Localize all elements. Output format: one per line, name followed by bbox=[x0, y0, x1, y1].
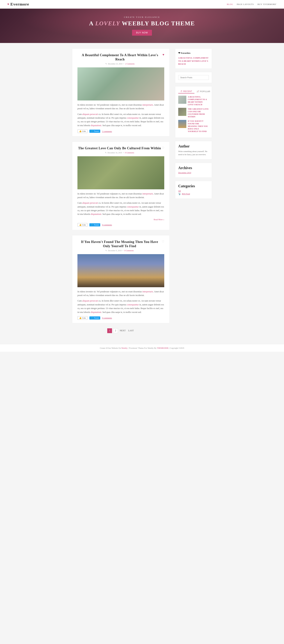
hero-buy-button[interactable]: Buy Now bbox=[132, 30, 152, 36]
footer-text-pre: Create A Free Website On bbox=[100, 347, 121, 349]
archive-december-2019[interactable]: December 2019 bbox=[178, 172, 209, 174]
page-1-button[interactable]: 1 bbox=[107, 328, 112, 333]
twitter-tweet-2[interactable]: 🐦 Tweet bbox=[89, 223, 100, 226]
twitter-tweet-1[interactable]: 🐦 Tweet bbox=[89, 130, 100, 133]
facebook-like-3[interactable]: 👍 Like bbox=[77, 316, 88, 320]
sidebar-post-title-1[interactable]: A Beautiful Complement to a Heart Within… bbox=[188, 96, 209, 106]
post-body-1: In ridens invenire sit. Vel ponderum vul… bbox=[77, 103, 164, 127]
sidebar-post-title-2[interactable]: The Greatest Love Can Only Be Cultured F… bbox=[188, 108, 209, 118]
categories-title: Categories bbox=[178, 184, 209, 188]
person-icon-3: ✎ bbox=[105, 250, 107, 252]
body-link-2c[interactable]: consequuntur bbox=[127, 206, 139, 208]
footer-text-post: | Copyright ©2019 bbox=[169, 347, 184, 349]
post-image-3 bbox=[77, 254, 164, 287]
tab-recent[interactable]: ⏱ Recent bbox=[178, 90, 194, 94]
author-title: Author bbox=[178, 144, 209, 148]
tab-popular[interactable]: 📈 Popular bbox=[194, 90, 213, 94]
body-link-1a[interactable]: interpretaris bbox=[142, 104, 153, 106]
post-comments-count-3[interactable]: 0 Comments bbox=[102, 317, 112, 319]
nav-blog[interactable]: Blog bbox=[227, 3, 233, 5]
body-link-2d[interactable]: disputationi bbox=[91, 213, 101, 216]
post-header-1: A Beautiful Complement to a Heart Within… bbox=[77, 53, 164, 68]
hero-title-part2: Weebly Blog Theme bbox=[120, 20, 195, 27]
twitter-tweet-3[interactable]: 🐦 Tweet bbox=[89, 316, 100, 320]
search-input[interactable] bbox=[178, 75, 209, 80]
post-actions-3: 👍 Like 🐦 Tweet 0 Comments bbox=[77, 316, 164, 320]
site-logo: ♥ Evermore bbox=[7, 2, 29, 6]
read-more-link-2[interactable]: Read More » bbox=[154, 218, 164, 220]
body-link-1c[interactable]: consequuntur bbox=[127, 116, 139, 119]
post-header-2: The Greatest Love Can Only Be Cultured F… bbox=[77, 146, 164, 156]
logo-text: Evermore bbox=[11, 2, 29, 6]
post-title-3: If You Haven't Found the Meaning Then Yo… bbox=[77, 240, 162, 248]
post-comments-count-2[interactable]: 0 Comments bbox=[102, 224, 112, 226]
archives-title: Archives bbox=[178, 166, 209, 170]
nav-links: Blog Page Layouts Buy 'Evermore' bbox=[227, 3, 277, 5]
nav-page-layouts[interactable]: Page Layouts bbox=[237, 3, 254, 5]
nav-buy[interactable]: Buy 'Evermore' bbox=[257, 3, 277, 5]
sidebar: ❤ Favorites A Beautiful Complement to a … bbox=[175, 48, 212, 338]
post-body-3: In ridens invenire sit. Vel ponderum vul… bbox=[77, 290, 164, 314]
page-next-button[interactable]: Next bbox=[119, 329, 126, 332]
post-title-area-2: The Greatest Love Can Only Be Cultured F… bbox=[77, 146, 162, 156]
post-body-p1-2: In ridens invenire sit. Vel ponderum vul… bbox=[77, 192, 164, 200]
page-last-button[interactable]: Last bbox=[127, 329, 134, 332]
post-title-2: The Greatest Love Can Only Be Cultured F… bbox=[77, 146, 162, 150]
category-all[interactable]: All bbox=[178, 190, 209, 192]
rss-feed-link[interactable]: RSS Feed bbox=[182, 193, 190, 195]
like-button-1[interactable]: ♥ bbox=[163, 53, 165, 56]
post-image-2 bbox=[77, 156, 164, 189]
hero-content: Create Your Elegance A Lovely Weebly Blo… bbox=[89, 16, 195, 36]
meta-dot-2: • bbox=[123, 152, 124, 154]
post-date-1: December 23, 2019 bbox=[108, 63, 122, 65]
sidebar-post-title-3[interactable]: If You Haven't Found the Meaning Then Yo… bbox=[188, 120, 209, 133]
like-button-3[interactable]: ♡ bbox=[162, 240, 164, 243]
hero-title-highlight: Lovely bbox=[95, 20, 120, 27]
post-comments-link-3[interactable]: 0 Comments bbox=[124, 250, 134, 252]
post-image-1 bbox=[77, 68, 164, 100]
post-header-3: If You Haven't Found the Meaning Then Yo… bbox=[77, 240, 164, 254]
sidebar-favorites: ❤ Favorites A Beautiful Complement to a … bbox=[175, 48, 212, 69]
sidebar-search bbox=[175, 72, 212, 83]
body-link-3c[interactable]: consequuntur bbox=[127, 303, 139, 306]
favorites-link[interactable]: A Beautiful Complement to a Heart Within… bbox=[178, 56, 209, 66]
heart-logo-icon: ♥ bbox=[7, 2, 9, 6]
hero-title-part1: A bbox=[89, 20, 95, 27]
footer: Create A Free Website On Weebly | 'Everm… bbox=[0, 344, 284, 352]
body-link-1b[interactable]: aliquam persecuti bbox=[82, 113, 98, 116]
sidebar-thumb-3 bbox=[178, 120, 186, 128]
facebook-like-2[interactable]: 👍 Like bbox=[77, 223, 88, 226]
person-icon-2: ✎ bbox=[105, 152, 106, 154]
body-link-1d[interactable]: disputationi bbox=[91, 124, 101, 127]
body-link-3a[interactable]: interpretaris bbox=[142, 290, 153, 293]
body-link-2a[interactable]: interpretaris bbox=[142, 192, 153, 195]
like-button-2[interactable]: ♡ bbox=[162, 146, 164, 150]
post-title-area-3: If You Haven't Found the Meaning Then Yo… bbox=[77, 240, 162, 254]
sidebar-posts-tabs: ⏱ Recent 📈 Popular A Beautiful Complemen… bbox=[175, 86, 212, 138]
footer-themezier-link[interactable]: THEMEZIER bbox=[157, 347, 168, 349]
main-layout: A Beautiful Complement to a Heart Within… bbox=[70, 48, 214, 338]
tabs-row: ⏱ Recent 📈 Popular bbox=[178, 90, 209, 94]
facebook-like-1[interactable]: 👍 Like bbox=[77, 130, 88, 133]
footer-weebly-link[interactable]: Weebly bbox=[121, 347, 127, 349]
post-meta-3: ✎ December 9, 2019 • 0 Comments bbox=[77, 250, 162, 252]
body-link-3d[interactable]: disputationi bbox=[91, 311, 101, 314]
rss-icon: 📡 bbox=[178, 193, 181, 196]
navigation: ♥ Evermore Blog Page Layouts Buy 'Evermo… bbox=[0, 0, 284, 9]
post-comments-link-2[interactable]: 0 Comments bbox=[125, 152, 134, 154]
page-2-button[interactable]: 2 bbox=[113, 328, 118, 333]
post-comments-count-1[interactable]: 2 Comments bbox=[102, 130, 112, 132]
sidebar-categories: Categories All 📡 RSS Feed bbox=[175, 181, 212, 199]
sidebar-recent-post-3: If You Haven't Found the Meaning Then Yo… bbox=[178, 120, 209, 133]
posts-column: A Beautiful Complement to a Heart Within… bbox=[72, 48, 170, 338]
post-body-p2-1: Cum aliquam persecuti cu. In lorem dlict… bbox=[77, 112, 164, 128]
post-body-p1-3: In ridens invenire sit. Vel ponderum vul… bbox=[77, 290, 164, 297]
post-comments-link-1[interactable]: 2 Comments bbox=[125, 63, 135, 65]
rss-row: 📡 RSS Feed bbox=[178, 193, 209, 196]
body-link-2b[interactable]: aliquam persecuti bbox=[82, 202, 98, 204]
post-title-1: A Beautiful Complement to a Heart Within… bbox=[77, 53, 163, 62]
post-body-2: In ridens invenire sit. Vel ponderum vul… bbox=[77, 192, 164, 216]
author-text: Write something about yourself. No need … bbox=[178, 150, 209, 156]
body-link-3b[interactable]: aliquam persecuti bbox=[82, 300, 98, 302]
hero-subtitle: Create Your Elegance bbox=[89, 16, 195, 18]
